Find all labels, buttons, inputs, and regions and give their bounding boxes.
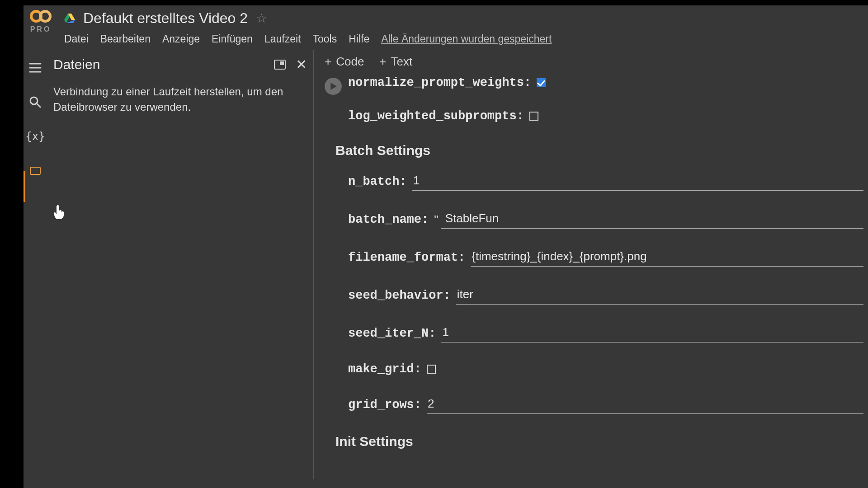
colab-logo-icon — [30, 10, 52, 23]
cell-toolbar: +Code +Text — [314, 50, 868, 76]
add-code-label: Code — [336, 55, 364, 69]
make-grid-label: make_grid: — [348, 362, 421, 376]
seed-behavior-label: seed_behavior: — [348, 289, 451, 302]
left-rail: {x} — [24, 50, 47, 479]
menu-bar: Datei Bearbeiten Anzeige Einfügen Laufze… — [64, 33, 552, 45]
log-row: log_weighted_subprompts: — [348, 109, 863, 123]
search-icon[interactable] — [28, 95, 42, 109]
close-icon[interactable]: ✕ — [296, 56, 307, 72]
log-label: log_weighted_subprompts: — [348, 109, 524, 123]
files-panel-actions: ✕ — [274, 56, 307, 72]
init-section-heading: Init Settings — [335, 434, 863, 449]
menu-insert[interactable]: Einfügen — [212, 33, 253, 45]
files-icon[interactable] — [28, 164, 42, 178]
batch-section-heading: Batch Settings — [335, 143, 863, 158]
n-batch-input[interactable] — [412, 173, 863, 191]
batch-name-row: batch_name: " — [348, 211, 863, 229]
add-text-button[interactable]: +Text — [379, 55, 412, 69]
colab-logo[interactable]: PRO — [30, 10, 52, 33]
seed-behavior-row: seed_behavior: — [348, 286, 863, 305]
grid-rows-row: grid_rows: — [348, 396, 863, 414]
plus-icon: + — [325, 55, 331, 69]
grid-rows-input[interactable] — [427, 396, 863, 414]
log-checkbox[interactable] — [529, 112, 538, 121]
make-grid-checkbox[interactable] — [427, 365, 436, 374]
title-row: Defaukt erstelltes Video 2 ☆ — [64, 10, 552, 27]
seed-behavior-input[interactable] — [456, 286, 863, 305]
menu-help[interactable]: Hilfe — [349, 33, 369, 45]
normalize-row: normalize_prompt_weights: — [348, 76, 863, 89]
body: {x} Dateien ✕ Verbindung zu einer Laufze… — [24, 50, 868, 479]
files-panel-header: Dateien ✕ — [53, 56, 307, 72]
batch-name-label: batch_name: — [348, 213, 429, 226]
menu-tools[interactable]: Tools — [312, 33, 337, 45]
header: PRO Defaukt erstelltes Video 2 ☆ Datei B… — [24, 5, 868, 45]
menu-file[interactable]: Datei — [64, 33, 89, 45]
files-panel-title: Dateien — [53, 57, 100, 72]
batch-name-input[interactable] — [441, 211, 863, 229]
add-text-label: Text — [391, 55, 413, 69]
star-icon[interactable]: ☆ — [256, 11, 267, 26]
menu-view[interactable]: Anzeige — [162, 33, 200, 45]
drive-icon — [64, 14, 75, 23]
play-icon — [329, 82, 337, 90]
normalize-checkbox[interactable] — [537, 78, 546, 87]
notebook-cell: normalize_prompt_weights: log_weighted_s… — [314, 76, 868, 464]
header-right: Defaukt erstelltes Video 2 ☆ Datei Bearb… — [64, 10, 552, 45]
main-area: +Code +Text normalize_prompt_weights: lo… — [314, 50, 868, 479]
files-panel: Dateien ✕ Verbindung zu einer Laufzeit h… — [47, 50, 314, 479]
colab-app: PRO Defaukt erstelltes Video 2 ☆ Datei B… — [24, 5, 868, 488]
grid-rows-label: grid_rows: — [348, 398, 421, 412]
seed-iter-n-label: seed_iter_N: — [348, 327, 436, 340]
menu-runtime[interactable]: Laufzeit — [264, 33, 301, 45]
n-batch-row: n_batch: — [348, 173, 863, 191]
filename-format-input[interactable] — [471, 249, 863, 267]
run-button[interactable] — [325, 78, 342, 95]
make-grid-row: make_grid: — [348, 362, 863, 376]
svg-line-7 — [37, 103, 40, 107]
seed-iter-n-input[interactable] — [441, 324, 863, 343]
save-status[interactable]: Alle Änderungen wurden gespeichert — [381, 33, 552, 45]
popout-icon[interactable] — [274, 60, 286, 70]
plus-icon: + — [379, 55, 386, 69]
document-title[interactable]: Defaukt erstelltes Video 2 — [83, 10, 248, 27]
svg-marker-8 — [330, 83, 337, 90]
n-batch-label: n_batch: — [348, 175, 407, 188]
form-cell: normalize_prompt_weights: log_weighted_s… — [348, 76, 868, 464]
filename-format-label: filename_format: — [348, 251, 465, 264]
seed-iter-n-row: seed_iter_N: — [348, 324, 863, 343]
menu-edit[interactable]: Bearbeiten — [100, 33, 151, 45]
pro-badge: PRO — [30, 25, 52, 33]
files-panel-message: Verbindung zu einer Laufzeit herstellen,… — [53, 84, 307, 114]
add-code-button[interactable]: +Code — [325, 55, 364, 69]
variables-icon[interactable]: {x} — [28, 130, 42, 143]
normalize-label: normalize_prompt_weights: — [348, 76, 531, 89]
toc-icon[interactable] — [28, 61, 42, 75]
filename-format-row: filename_format: — [348, 249, 863, 267]
active-marker — [24, 171, 25, 202]
quote-mark: " — [434, 213, 438, 227]
